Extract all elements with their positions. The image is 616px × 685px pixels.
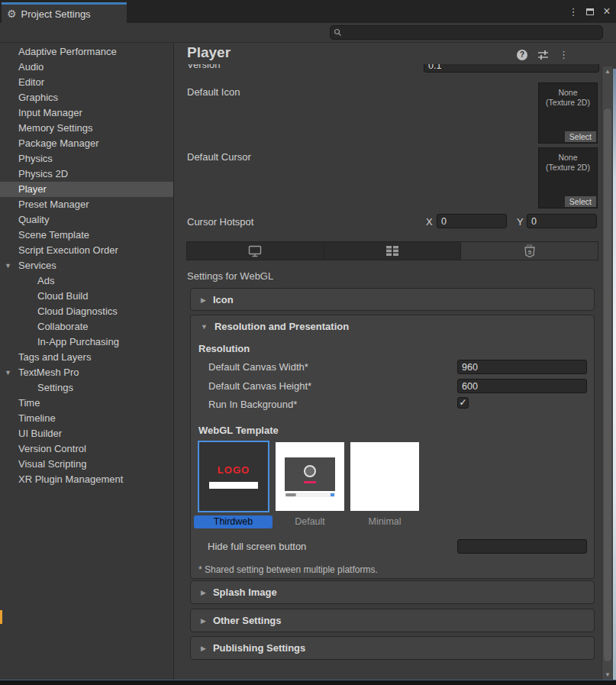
template-label-thirdweb[interactable]: Thirdweb [194,515,273,528]
scroll-down-button[interactable]: ▼ [602,670,613,680]
sidebar-item-script-execution-order[interactable]: ▼ Script Execution Order [0,243,173,258]
sidebar-item-editor[interactable]: ▼ Editor [0,75,173,90]
sidebar-item-cloud-build[interactable]: ▼ Cloud Build [0,289,173,304]
tab-platform-desktop[interactable] [187,242,324,260]
sidebar-item-textmesh-pro[interactable]: ▼ TextMesh Pro [0,365,173,380]
sidebar-item-memory-settings[interactable]: ▼ Memory Settings [0,121,173,136]
sidebar-item-collaborate[interactable]: ▼ Collaborate [0,319,173,334]
sidebar-item-label: Time [18,397,40,409]
sidebar-item-label: Player [18,183,47,195]
foldout-open-icon[interactable]: ▼ [5,365,11,380]
hide-fullscreen-input[interactable] [457,539,587,554]
sidebar-item-graphics[interactable]: ▼ Graphics [0,90,173,105]
sidebar-item-settings[interactable]: ▼ Settings [0,380,173,396]
hotspot-x-label: X [426,216,433,228]
sidebar-item-label: Version Control [18,443,86,454]
sidebar-item-audio[interactable]: ▼ Audio [0,60,173,75]
canvas-width-input[interactable] [457,360,587,374]
section-resolution-header[interactable]: ▼ Resolution and Presentation [191,315,594,338]
sidebar-item-tags-and-layers[interactable]: ▼ Tags and Layers [0,350,173,365]
window-title: Project Settings [21,8,91,20]
foldout-open-icon[interactable]: ▼ [5,258,11,273]
run-in-background-label: Run In Background* [208,399,297,410]
sidebar-item-preset-manager[interactable]: ▼ Preset Manager [0,197,173,212]
hotspot-x-input[interactable] [437,214,507,228]
sidebar-item-visual-scripting[interactable]: ▼ Visual Scripting [0,457,173,472]
settings-sidebar: ▼ Adaptive Performance ▼ Audio ▼ Editor … [0,43,174,680]
default-icon-type-text: (Texture 2D) [539,98,597,108]
section-other-settings: ▶ Other Settings [190,609,595,632]
template-label-minimal[interactable]: Minimal [350,516,419,527]
section-icon-header[interactable]: ▶ Icon [191,289,594,311]
sidebar-item-label: Quality [18,214,49,225]
section-splash-image-header[interactable]: ▶ Splash Image [191,581,594,603]
sidebar-item-package-manager[interactable]: ▼ Package Manager [0,136,173,151]
sidebar-list: ▼ Adaptive Performance ▼ Audio ▼ Editor … [0,44,173,487]
sidebar-item-quality[interactable]: ▼ Quality [0,212,173,228]
template-card-thirdweb[interactable]: LOGO [198,441,269,512]
section-splash-image: ▶ Splash Image [190,580,595,604]
section-publishing-settings-header[interactable]: ▶ Publishing Settings [191,637,594,659]
sidebar-item-player[interactable]: ▼ Player [0,182,173,197]
project-settings-window: ⚙ Project Settings ⋮ × ▼ Adaptive Perfor… [0,0,616,685]
sidebar-item-label: In-App Purchasing [37,336,119,347]
sidebar-item-adaptive-performance[interactable]: ▼ Adaptive Performance [0,44,173,60]
sidebar-item-label: Adaptive Performance [18,46,117,57]
project-settings-tab[interactable]: ⚙ Project Settings [2,2,127,23]
sidebar-item-physics[interactable]: ▼ Physics [0,151,173,166]
sidebar-item-timeline[interactable]: ▼ Timeline [0,411,173,426]
sidebar-item-time[interactable]: ▼ Time [0,396,173,411]
default-progress-bar [304,481,316,483]
caret-collapsed-icon: ▶ [201,589,206,596]
default-cursor-select-button[interactable]: Select [565,196,596,207]
scrollbar-thumb[interactable] [604,108,611,661]
maximize-button[interactable] [583,4,597,19]
default-icon-label: Default Icon [187,86,240,98]
sidebar-item-ads[interactable]: ▼ Ads [0,273,173,289]
canvas-height-input[interactable] [457,379,587,393]
vertical-scrollbar[interactable]: ▲ ▼ [601,66,612,680]
default-cursor-type-text: (Texture 2D) [539,163,597,173]
window-menu-button[interactable]: ⋮ [566,4,580,19]
sidebar-item-services[interactable]: ▼ Services [0,258,173,273]
sidebar-item-in-app-purchasing[interactable]: ▼ In-App Purchasing [0,334,173,350]
sidebar-item-label: XR Plugin Management [18,473,123,485]
sidebar-item-ui-builder[interactable]: ▼ UI Builder [0,426,173,441]
help-icon[interactable]: ? [517,50,527,60]
run-in-background-checkbox[interactable]: ✓ [457,397,469,409]
tab-platform-webgl[interactable]: HTML 5 [461,242,598,260]
default-icon-select-button[interactable]: Select [565,131,596,142]
default-icon-none-text: None [539,88,597,98]
sidebar-item-label: Editor [18,76,44,88]
sidebar-item-input-manager[interactable]: ▼ Input Manager [0,105,173,121]
search-box[interactable] [330,25,603,40]
default-cursor-object-picker[interactable]: None (Texture 2D) Select [538,147,598,208]
sidebar-item-physics-2d[interactable]: ▼ Physics 2D [0,166,173,182]
presets-icon[interactable] [537,50,549,60]
template-card-default[interactable] [276,442,344,511]
template-card-minimal[interactable] [350,442,419,511]
template-label-default[interactable]: Default [276,516,344,527]
section-other-settings-header[interactable]: ▶ Other Settings [191,609,594,632]
unity-logo-icon [304,465,316,477]
canvas-height-label: Default Canvas Height* [208,380,311,392]
webgl-template-header: WebGL Template [198,425,279,436]
sidebar-item-cloud-diagnostics[interactable]: ▼ Cloud Diagnostics [0,304,173,319]
default-template-screen [285,457,335,491]
close-button[interactable]: × [600,4,614,19]
desktop-monitor-icon [248,245,262,257]
tab-platform-dedicated-server[interactable] [324,242,462,260]
sidebar-item-label: Tags and Layers [18,351,91,363]
sidebar-item-label: Cloud Build [37,290,89,302]
default-icon-object-picker[interactable]: None (Texture 2D) Select [538,82,598,144]
version-input[interactable] [424,64,599,73]
scroll-up-button[interactable]: ▲ [602,66,613,77]
sidebar-item-label: Graphics [18,92,58,103]
sidebar-item-scene-template[interactable]: ▼ Scene Template [0,228,173,243]
sidebar-item-xr-plugin-management[interactable]: ▼ XR Plugin Management [0,472,173,487]
sidebar-item-version-control[interactable]: ▼ Version Control [0,441,173,457]
hotspot-y-input[interactable] [527,214,597,228]
search-input[interactable] [344,27,602,38]
sidebar-item-label: Collaborate [37,321,89,332]
panel-menu-icon[interactable]: ⋮ [559,49,569,60]
